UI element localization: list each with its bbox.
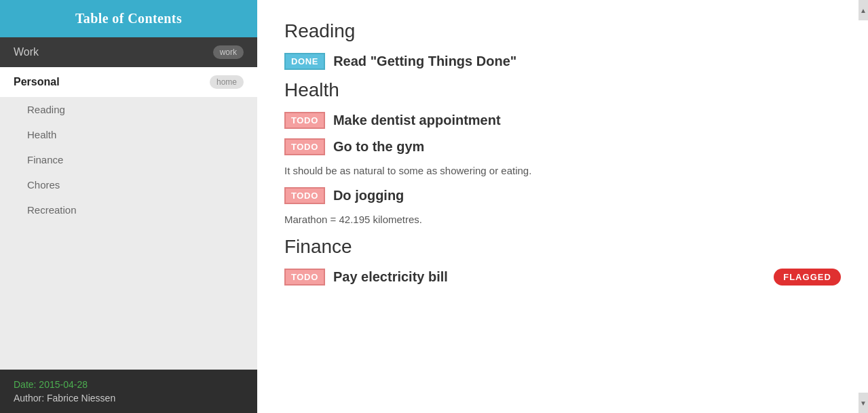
sidebar-work-badge: work: [213, 45, 244, 59]
scroll-down-button[interactable]: ▼: [858, 393, 868, 413]
sidebar-personal-badge: home: [210, 75, 244, 89]
sidebar-title: Table of Contents: [0, 0, 257, 37]
main-content[interactable]: Reading DONE Read "Getting Things Done" …: [257, 0, 868, 413]
sidebar-sub-item-finance[interactable]: Finance: [0, 147, 257, 172]
sidebar-sub-item-reading[interactable]: Reading: [0, 97, 257, 122]
sidebar-work-label: Work: [14, 46, 39, 58]
badge-todo: TODO: [284, 187, 325, 204]
task-text: Do jogging: [333, 188, 404, 203]
task-row: DONE Read "Getting Things Done": [284, 53, 841, 70]
sidebar-sub-item-recreation[interactable]: Recreation: [0, 197, 257, 222]
badge-todo: TODO: [284, 138, 325, 155]
sidebar-item-work[interactable]: Work work: [0, 37, 257, 67]
sidebar-sub-items: Reading Health Finance Chores Recreation: [0, 97, 257, 370]
task-note: It should be as natural to some as showe…: [284, 165, 841, 176]
badge-flagged: FLAGGED: [774, 269, 841, 286]
task-row: TODO Do jogging: [284, 187, 841, 204]
sidebar-footer-date: Date: 2015-04-28: [14, 379, 244, 390]
section-heading-health: Health: [284, 79, 841, 101]
sidebar-footer: Date: 2015-04-28 Author: Fabrice Niessen: [0, 370, 257, 413]
task-row-flagged: TODO Pay electricity bill FLAGGED: [284, 269, 841, 286]
sidebar: Table of Contents Work work Personal hom…: [0, 0, 257, 413]
task-left: TODO Pay electricity bill: [284, 269, 448, 286]
task-text: Pay electricity bill: [333, 269, 448, 285]
badge-todo: TODO: [284, 112, 325, 129]
task-text: Read "Getting Things Done": [333, 54, 516, 69]
sidebar-sub-item-health[interactable]: Health: [0, 122, 257, 147]
sidebar-item-personal[interactable]: Personal home: [0, 67, 257, 97]
task-note: Marathon = 42.195 kilometres.: [284, 214, 841, 225]
sidebar-personal-label: Personal: [14, 76, 60, 88]
task-text: Go to the gym: [333, 139, 424, 155]
task-row: TODO Go to the gym: [284, 138, 841, 155]
section-heading-reading: Reading: [284, 20, 841, 42]
task-text: Make dentist appointment: [333, 113, 501, 128]
section-heading-finance: Finance: [284, 236, 841, 258]
sidebar-footer-author: Author: Fabrice Niessen: [14, 393, 244, 404]
scroll-up-button[interactable]: ▲: [858, 0, 868, 20]
badge-done: DONE: [284, 53, 325, 70]
badge-todo: TODO: [284, 269, 325, 286]
sidebar-sub-item-chores[interactable]: Chores: [0, 172, 257, 197]
task-row: TODO Make dentist appointment: [284, 112, 841, 129]
